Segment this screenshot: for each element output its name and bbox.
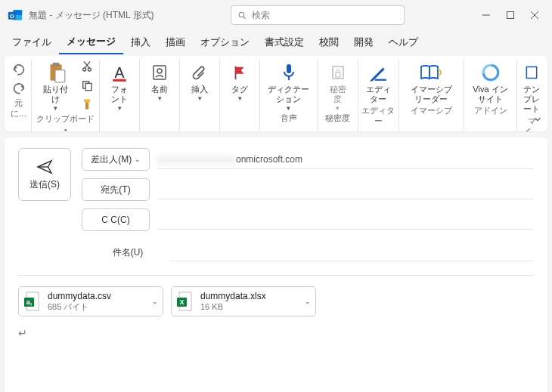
maximize-button[interactable]	[505, 10, 516, 20]
svg-rect-20	[85, 102, 88, 109]
minimize-button[interactable]	[481, 10, 492, 20]
group-clipboard-caption: クリップボード ▪	[35, 113, 96, 137]
viva-insights-button[interactable]: Viva インサイト	[467, 59, 514, 104]
compose-pane: 送信(S) 差出人(M) ⌄ xxxxxxxxxxxxxxxxonmicroso…	[5, 137, 547, 392]
send-button[interactable]: 送信(S)	[18, 148, 71, 201]
clipboard-icon	[46, 62, 66, 83]
body-editor[interactable]: ↵	[18, 327, 534, 339]
svg-rect-31	[526, 67, 536, 79]
svg-point-24	[157, 69, 162, 73]
window-title: 無題 - メッセージ (HTML 形式)	[29, 9, 154, 22]
font-icon: A	[110, 62, 129, 83]
svg-text:O: O	[10, 13, 14, 20]
svg-line-5	[243, 17, 246, 19]
attachment-chip[interactable]: X dummydata.xlsx 16 KB ⌄	[171, 286, 316, 316]
attachment-chip[interactable]: a, dummydata.csv 685 バイト ⌄	[18, 286, 163, 316]
from-button[interactable]: 差出人(M) ⌄	[82, 148, 150, 171]
excel-xlsx-icon: X	[176, 291, 194, 312]
lock-tag-icon	[329, 62, 347, 83]
svg-rect-26	[287, 64, 291, 73]
svg-text:a,: a,	[26, 298, 33, 306]
svg-rect-12	[54, 70, 64, 82]
immersive-reader-button[interactable]: イマーシブ リーダー	[402, 59, 461, 104]
excel-csv-icon: a,	[23, 291, 42, 312]
undo-button[interactable]	[11, 63, 26, 78]
menu-help[interactable]: ヘルプ	[381, 32, 426, 54]
to-input[interactable]	[157, 180, 534, 199]
paperclip-icon	[191, 62, 208, 83]
chevron-down-icon: ▾	[54, 104, 57, 112]
search-icon	[237, 11, 247, 20]
svg-text:X: X	[179, 298, 184, 306]
sensitivity-button[interactable]: 秘密度 ▾	[321, 59, 355, 112]
menu-insert[interactable]: 挿入	[123, 32, 158, 54]
send-icon	[35, 159, 54, 175]
from-value[interactable]: xxxxxxxxxxxxxxxxonmicrosoft.com	[157, 150, 534, 169]
microphone-icon	[280, 62, 298, 83]
menu-developer[interactable]: 開発	[346, 32, 381, 54]
chevron-down-icon[interactable]: ⌄	[305, 298, 311, 305]
svg-rect-18	[85, 83, 91, 90]
dictation-button[interactable]: ディクテーション ▾	[263, 59, 315, 112]
svg-rect-22	[113, 79, 126, 82]
ribbon: 元に… 貼り付け ▾ クリップボード ▪ A フォント ▾ 名前	[5, 56, 547, 131]
menu-file[interactable]: ファイル	[5, 32, 59, 54]
template-icon	[524, 62, 539, 83]
to-button[interactable]: 宛先(T)	[82, 178, 150, 201]
tags-button[interactable]: タグ ▾	[223, 59, 256, 102]
chevron-down-icon: ⌄	[135, 156, 141, 163]
menu-options[interactable]: オプション	[193, 32, 257, 54]
address-book-icon	[150, 62, 169, 83]
menu-bar: ファイル メッセージ 挿入 描画 オプション 書式設定 校閲 開発 ヘルプ	[0, 30, 552, 54]
cut-button[interactable]	[81, 60, 93, 75]
menu-format[interactable]: 書式設定	[257, 32, 312, 54]
close-button[interactable]	[529, 10, 540, 20]
copy-button[interactable]	[81, 79, 93, 94]
cc-input[interactable]	[157, 210, 534, 230]
svg-text:A: A	[114, 64, 124, 81]
paste-button[interactable]: 貼り付け ▾	[35, 59, 76, 112]
viva-icon	[480, 62, 501, 83]
svg-rect-29	[336, 73, 340, 77]
collapse-ribbon-button[interactable]	[532, 114, 543, 127]
search-placeholder: 検索	[252, 9, 270, 22]
names-button[interactable]: 名前 ▾	[143, 59, 176, 102]
template-button[interactable]: テンプレート	[517, 59, 546, 115]
svg-rect-19	[84, 99, 90, 102]
svg-rect-7	[507, 12, 514, 19]
outlook-icon: O	[8, 8, 23, 23]
editor-button[interactable]: エディター	[361, 59, 395, 104]
menu-draw[interactable]: 描画	[158, 32, 193, 54]
chevron-down-icon[interactable]: ⌄	[152, 298, 158, 305]
redo-button[interactable]	[11, 82, 26, 97]
subject-input[interactable]	[169, 243, 534, 261]
editor-icon	[368, 62, 388, 83]
flag-icon	[231, 62, 248, 83]
attachment-row: a, dummydata.csv 685 バイト ⌄ X dummydata.x…	[18, 275, 534, 316]
cc-button[interactable]: C C(C)	[82, 208, 150, 231]
book-speaker-icon	[420, 62, 442, 83]
search-input[interactable]: 検索	[231, 5, 405, 25]
format-painter-button[interactable]	[81, 98, 93, 113]
insert-button[interactable]: 挿入 ▾	[183, 59, 216, 102]
menu-message[interactable]: メッセージ	[59, 31, 123, 54]
font-button[interactable]: A フォント ▾	[103, 59, 136, 112]
title-bar: O 無題 - メッセージ (HTML 形式) 検索	[0, 0, 552, 30]
svg-rect-11	[52, 63, 59, 66]
svg-point-4	[239, 12, 244, 17]
subject-label: 件名(U)	[94, 246, 162, 259]
svg-rect-23	[154, 66, 166, 79]
group-undo-caption: 元に…	[9, 97, 28, 122]
menu-review[interactable]: 校閲	[312, 32, 346, 54]
